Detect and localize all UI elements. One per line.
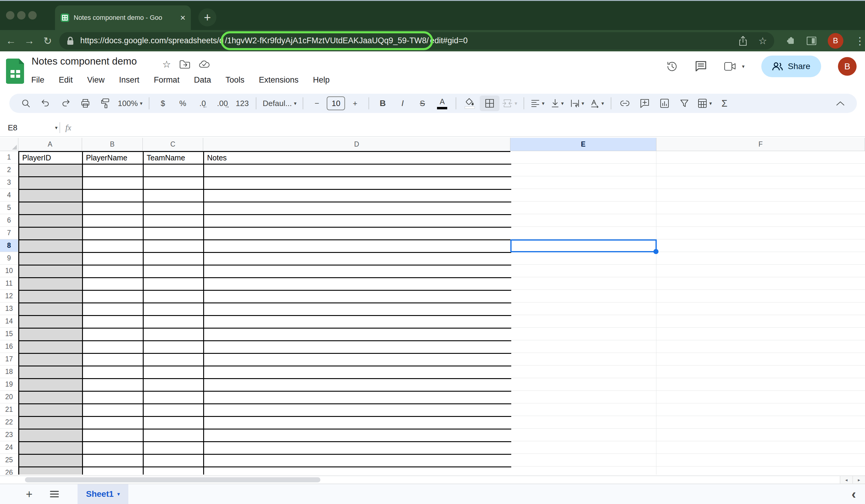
cell-B1[interactable]: PlayerName xyxy=(83,152,144,165)
selected-cell-E8[interactable] xyxy=(510,239,657,252)
bold-button[interactable]: B xyxy=(373,95,393,111)
cell-A9[interactable] xyxy=(19,253,83,266)
cell-C7[interactable] xyxy=(144,228,204,240)
text-color-button[interactable]: A xyxy=(432,95,452,111)
cell-C3[interactable] xyxy=(144,177,204,190)
cell-C10[interactable] xyxy=(144,266,204,278)
cell-A5[interactable] xyxy=(19,202,83,215)
url-bar[interactable]: https://docs.google.com/spreadsheets/d/1… xyxy=(59,32,774,49)
traffic-light-minimize[interactable] xyxy=(17,11,25,20)
cell-B5[interactable] xyxy=(83,202,144,215)
cell-D6[interactable] xyxy=(204,215,511,228)
account-avatar[interactable]: B xyxy=(838,57,856,76)
cell-D24[interactable] xyxy=(204,442,511,455)
cell-B22[interactable] xyxy=(83,417,144,430)
row-header-18[interactable]: 18 xyxy=(0,365,18,378)
cell-C14[interactable] xyxy=(144,316,204,329)
insert-chart-button[interactable] xyxy=(655,95,674,111)
create-filter-button[interactable] xyxy=(674,95,694,111)
scroll-right-button[interactable]: ▸ xyxy=(852,476,865,483)
scroll-left-button[interactable]: ◂ xyxy=(840,476,852,483)
cell-B2[interactable] xyxy=(83,165,144,177)
row-header-2[interactable]: 2 xyxy=(0,164,18,176)
vertical-align-button[interactable]: ▾ xyxy=(547,95,567,111)
cell-A6[interactable] xyxy=(19,215,83,228)
cell-C8[interactable] xyxy=(144,240,204,253)
back-icon[interactable]: ← xyxy=(2,35,20,47)
cell-A13[interactable] xyxy=(19,303,83,316)
cell-D13[interactable] xyxy=(204,303,511,316)
spreadsheet-grid[interactable]: ABCDEF1234567891011121314151617181920212… xyxy=(0,138,865,474)
cell-C9[interactable] xyxy=(144,253,204,266)
cell-D17[interactable] xyxy=(204,354,511,366)
column-header-F[interactable]: F xyxy=(656,138,865,151)
menu-insert[interactable]: Insert xyxy=(118,73,141,86)
cell-D10[interactable] xyxy=(204,266,511,278)
cell-A1[interactable]: PlayerID xyxy=(19,152,83,165)
decrease-decimal-button[interactable]: .0← xyxy=(193,95,212,111)
zoom-select[interactable]: 100% ▾ xyxy=(115,95,145,111)
row-header-11[interactable]: 11 xyxy=(0,277,18,290)
text-wrap-button[interactable]: ▾ xyxy=(567,95,587,111)
row-header-26[interactable]: 26 xyxy=(0,467,18,474)
cell-D25[interactable] xyxy=(204,455,511,467)
italic-button[interactable]: I xyxy=(393,95,412,111)
browser-tab[interactable]: Notes component demo - Goo × xyxy=(55,5,191,30)
bookmark-star-icon[interactable]: ☆ xyxy=(758,35,767,47)
font-select[interactable]: Defaul... ▾ xyxy=(260,95,299,111)
cell-B15[interactable] xyxy=(83,329,144,341)
column-header-B[interactable]: B xyxy=(82,138,143,151)
row-header-8[interactable]: 8 xyxy=(0,239,18,252)
cell-B26[interactable] xyxy=(83,467,144,474)
fill-color-button[interactable] xyxy=(460,95,480,111)
strikethrough-button[interactable]: S xyxy=(412,95,432,111)
menu-extensions[interactable]: Extensions xyxy=(257,73,300,86)
cell-A22[interactable] xyxy=(19,417,83,430)
cell-D23[interactable] xyxy=(204,430,511,442)
cell-A8[interactable] xyxy=(19,240,83,253)
cell-C26[interactable] xyxy=(144,467,204,474)
browser-menu-icon[interactable]: ⋮ xyxy=(855,35,865,47)
cell-D3[interactable] xyxy=(204,177,511,190)
cell-A19[interactable] xyxy=(19,379,83,392)
cloud-saved-icon[interactable] xyxy=(199,60,210,69)
cell-A23[interactable] xyxy=(19,430,83,442)
row-header-25[interactable]: 25 xyxy=(0,454,18,467)
cell-C24[interactable] xyxy=(144,442,204,455)
cell-A20[interactable] xyxy=(19,392,83,404)
column-header-D[interactable]: D xyxy=(203,138,510,151)
font-size-input[interactable]: 10 xyxy=(327,96,345,110)
cell-D21[interactable] xyxy=(204,404,511,417)
row-header-12[interactable]: 12 xyxy=(0,290,18,303)
cell-A18[interactable] xyxy=(19,366,83,379)
cell-A11[interactable] xyxy=(19,278,83,291)
cell-C15[interactable] xyxy=(144,329,204,341)
cell-A3[interactable] xyxy=(19,177,83,190)
cell-D11[interactable] xyxy=(204,278,511,291)
decrease-font-size-button[interactable]: − xyxy=(307,95,327,111)
traffic-light-close[interactable] xyxy=(6,11,14,20)
cell-B18[interactable] xyxy=(83,366,144,379)
cell-D20[interactable] xyxy=(204,392,511,404)
cell-D7[interactable] xyxy=(204,228,511,240)
row-header-9[interactable]: 9 xyxy=(0,252,18,265)
add-sheet-button[interactable]: + xyxy=(26,488,33,501)
forward-icon[interactable]: → xyxy=(20,35,38,47)
cell-B4[interactable] xyxy=(83,190,144,202)
new-tab-button[interactable]: + xyxy=(198,9,216,26)
cell-D26[interactable] xyxy=(204,467,511,474)
cell-C20[interactable] xyxy=(144,392,204,404)
cell-A7[interactable] xyxy=(19,228,83,240)
row-header-3[interactable]: 3 xyxy=(0,176,18,189)
cell-A15[interactable] xyxy=(19,329,83,341)
menu-help[interactable]: Help xyxy=(312,73,331,86)
cell-B21[interactable] xyxy=(83,404,144,417)
column-header-C[interactable]: C xyxy=(143,138,203,151)
menu-edit[interactable]: Edit xyxy=(58,73,74,86)
cell-B17[interactable] xyxy=(83,354,144,366)
paint-format-button[interactable] xyxy=(95,95,115,111)
name-box-caret-icon[interactable]: ▾ xyxy=(55,125,58,131)
menu-tools[interactable]: Tools xyxy=(224,73,245,86)
row-header-20[interactable]: 20 xyxy=(0,391,18,403)
tab-close-icon[interactable]: × xyxy=(180,13,185,22)
